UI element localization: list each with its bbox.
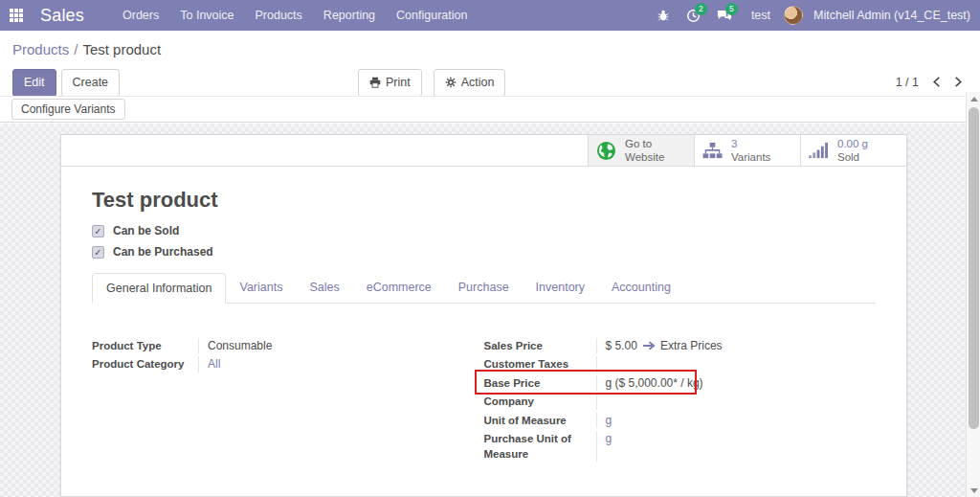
purchase-uom-row: Purchase Unit of Measure g bbox=[484, 430, 877, 463]
notebook-tabs: General Information Variants Sales eComm… bbox=[92, 272, 876, 304]
product-category-label: Product Category bbox=[92, 356, 199, 373]
vertical-scrollbar[interactable] bbox=[966, 92, 980, 497]
can-be-purchased-label: Can be Purchased bbox=[113, 245, 213, 259]
print-button[interactable]: Print bbox=[358, 69, 422, 97]
menu-configuration[interactable]: Configuration bbox=[387, 1, 477, 30]
control-panel-buttons: Edit Create Print bbox=[0, 69, 980, 96]
sales-price-value: $ 5.00 bbox=[606, 339, 637, 352]
pager-value[interactable]: 1 / 1 bbox=[896, 76, 919, 89]
menu-reporting[interactable]: Reporting bbox=[314, 1, 385, 30]
customer-taxes-label: Customer Taxes bbox=[484, 356, 597, 373]
bar-chart-icon bbox=[809, 142, 829, 160]
form-sheet: Go to Website 3 Variants bbox=[60, 134, 907, 497]
apps-menu-button[interactable] bbox=[0, 0, 33, 31]
configure-variants-button[interactable]: Configure Variants bbox=[11, 99, 125, 120]
action-label: Action bbox=[461, 77, 495, 89]
can-be-purchased-row: ✓ Can be Purchased bbox=[92, 245, 876, 259]
triangle-up-icon bbox=[970, 97, 978, 102]
tab-variants[interactable]: Variants bbox=[226, 273, 296, 304]
go-to-website-button[interactable]: Go to Website bbox=[588, 135, 694, 166]
unit-of-measure-label: Unit of Measure bbox=[484, 413, 597, 429]
smart-button-line2: Website bbox=[625, 150, 664, 164]
breadcrumb-products-link[interactable]: Products bbox=[12, 41, 69, 57]
top-navbar: Sales Orders To Invoice Products Reporti… bbox=[0, 0, 980, 31]
bug-icon bbox=[657, 9, 670, 22]
tab-purchase[interactable]: Purchase bbox=[445, 273, 523, 304]
sold-label: Sold bbox=[837, 150, 868, 164]
purchase-uom-label: Purchase Unit of Measure bbox=[484, 431, 597, 462]
pager: 1 / 1 bbox=[896, 69, 963, 95]
tab-general-information[interactable]: General Information bbox=[92, 273, 226, 304]
company-row: Company bbox=[484, 393, 877, 412]
sheet-body: Test product ✓ Can be Sold ✓ Can be Purc… bbox=[61, 167, 906, 497]
variants-count: 3 bbox=[731, 137, 770, 150]
control-panel: Products/Test product Edit Create Print bbox=[0, 31, 980, 96]
base-price-label: Base Price bbox=[484, 375, 597, 392]
debug-bug-icon[interactable] bbox=[650, 0, 677, 31]
variants-label: Variants bbox=[731, 150, 770, 164]
messages-button[interactable]: 5 bbox=[711, 0, 738, 31]
scroll-down-button[interactable] bbox=[967, 484, 980, 497]
product-title: Test product bbox=[92, 188, 876, 213]
product-type-label: Product Type bbox=[92, 338, 199, 354]
arrow-right-icon bbox=[643, 341, 656, 350]
scrollbar-thumb[interactable] bbox=[969, 107, 979, 429]
smart-buttons-row: Go to Website 3 Variants bbox=[61, 135, 906, 167]
navbar-right: 2 5 test Mitchell Admin (v14_CE_test) bbox=[650, 0, 980, 31]
menu-to-invoice[interactable]: To Invoice bbox=[170, 1, 243, 30]
edit-button[interactable]: Edit bbox=[12, 69, 56, 97]
app-name[interactable]: Sales bbox=[33, 6, 98, 26]
product-type-row: Product Type Consumable bbox=[92, 336, 484, 355]
globe-icon bbox=[596, 141, 616, 161]
print-label: Print bbox=[386, 77, 411, 89]
unit-of-measure-value[interactable]: g bbox=[606, 414, 612, 427]
smart-button-line1: Go to bbox=[625, 137, 664, 150]
sales-price-label: Sales Price bbox=[484, 338, 597, 354]
sold-smart-button[interactable]: 0.00 g Sold bbox=[800, 135, 906, 166]
user-avatar[interactable] bbox=[784, 6, 803, 25]
scroll-up-button[interactable] bbox=[967, 92, 980, 105]
breadcrumb-current: Test product bbox=[82, 41, 161, 57]
pager-previous-button[interactable] bbox=[932, 77, 941, 87]
activities-button[interactable]: 2 bbox=[680, 0, 707, 31]
tab-inventory[interactable]: Inventory bbox=[523, 273, 598, 304]
can-be-sold-row: ✓ Can be Sold bbox=[92, 224, 876, 237]
pager-next-button[interactable] bbox=[954, 77, 963, 87]
menu-orders[interactable]: Orders bbox=[113, 1, 168, 30]
left-field-group: Product Type Consumable Product Category… bbox=[92, 336, 484, 463]
product-category-row: Product Category All bbox=[92, 355, 484, 374]
extra-prices-button[interactable]: Extra Prices bbox=[643, 339, 723, 352]
tab-ecommerce[interactable]: eCommerce bbox=[353, 273, 445, 304]
odoo-window: Sales Orders To Invoice Products Reporti… bbox=[0, 0, 980, 497]
tab-accounting[interactable]: Accounting bbox=[598, 273, 684, 304]
menu-products[interactable]: Products bbox=[246, 1, 312, 30]
message-count-badge: 5 bbox=[725, 3, 738, 15]
chevron-left-icon bbox=[932, 77, 941, 87]
purchase-uom-value[interactable]: g bbox=[606, 432, 612, 445]
product-category-value[interactable]: All bbox=[208, 357, 220, 371]
apps-grid-icon bbox=[10, 9, 23, 22]
customer-taxes-value bbox=[597, 356, 606, 373]
user-menu[interactable]: Mitchell Admin (v14_CE_test) bbox=[807, 9, 970, 22]
breadcrumb: Products/Test product bbox=[0, 31, 980, 57]
gear-icon bbox=[445, 77, 457, 88]
base-price-row: Base Price g ($ 5,000.00* / kg) bbox=[484, 373, 877, 393]
company-value bbox=[597, 394, 606, 410]
action-button[interactable]: Action bbox=[434, 69, 506, 97]
can-be-sold-checkbox[interactable]: ✓ bbox=[92, 225, 104, 237]
breadcrumb-separator: / bbox=[69, 41, 82, 57]
activity-count-badge: 2 bbox=[695, 3, 707, 15]
base-price-value: g ($ 5,000.00* / kg) bbox=[597, 375, 703, 392]
company-switcher[interactable]: test bbox=[742, 9, 780, 22]
right-field-group: Sales Price $ 5.00 Extra Prices bbox=[484, 336, 877, 463]
field-groups: Product Type Consumable Product Category… bbox=[92, 336, 876, 463]
sold-quantity: 0.00 g bbox=[837, 137, 868, 150]
variants-smart-button[interactable]: 3 Variants bbox=[694, 135, 800, 166]
top-menus: Orders To Invoice Products Reporting Con… bbox=[113, 1, 477, 30]
chevron-right-icon bbox=[954, 77, 963, 87]
unit-of-measure-row: Unit of Measure g bbox=[484, 411, 877, 430]
printer-icon bbox=[369, 77, 381, 88]
can-be-purchased-checkbox[interactable]: ✓ bbox=[92, 246, 104, 259]
tab-sales[interactable]: Sales bbox=[296, 273, 352, 304]
create-button[interactable]: Create bbox=[61, 69, 121, 97]
